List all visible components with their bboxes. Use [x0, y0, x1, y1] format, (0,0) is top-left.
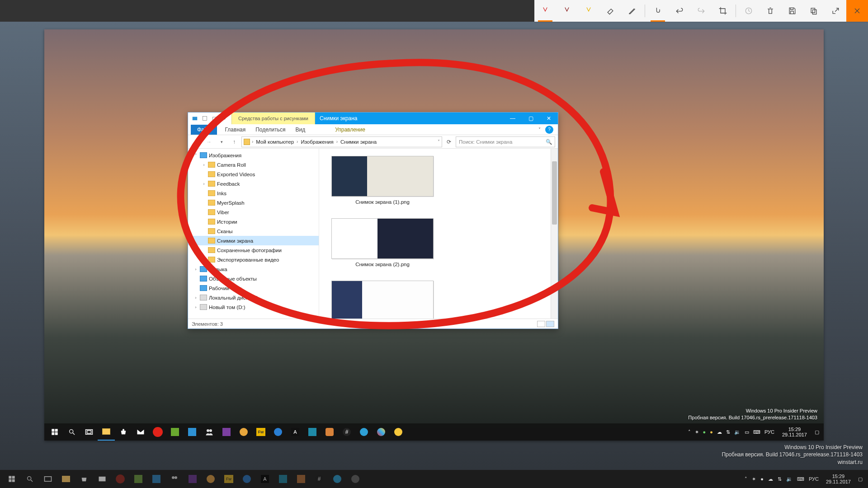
nav-up-button[interactable]: ↑	[229, 136, 240, 147]
app-store[interactable]	[115, 423, 132, 441]
app-explorer[interactable]	[57, 470, 75, 488]
pen-tool[interactable]	[621, 0, 643, 22]
app-misc1[interactable]	[202, 470, 220, 488]
maximize-button[interactable]: ▢	[522, 113, 540, 124]
twisty-icon[interactable]: ›	[193, 267, 198, 272]
app-emoji[interactable]	[390, 423, 407, 441]
tray-volume-icon[interactable]: 🔉	[734, 429, 741, 435]
addr-dropdown-icon[interactable]: ˅	[438, 139, 440, 144]
ribbon-expand-icon[interactable]: ˅	[535, 126, 543, 134]
nav-back-button[interactable]: ←	[191, 136, 202, 147]
app-paint[interactable]	[346, 470, 364, 488]
app-misc3[interactable]	[292, 470, 310, 488]
share-button[interactable]	[825, 0, 846, 22]
action-center-icon[interactable]: ▢	[858, 476, 863, 482]
tray-icon[interactable]: ✶	[695, 429, 699, 435]
search-icon[interactable]	[21, 470, 39, 488]
tray-cloud-icon[interactable]: ☁	[717, 429, 722, 435]
app-rss[interactable]	[129, 470, 147, 488]
app-misc3[interactable]	[321, 423, 338, 441]
view-details-icon[interactable]	[537, 321, 545, 327]
twisty-icon[interactable]: ›	[193, 296, 198, 300]
app-slack[interactable]: #	[310, 470, 328, 488]
search-icon[interactable]	[63, 423, 80, 441]
task-view-icon[interactable]	[80, 423, 98, 441]
action-center-icon[interactable]: ▢	[815, 429, 819, 435]
history-button[interactable]	[738, 0, 760, 22]
inner-clock[interactable]: 15:29 29.11.2017	[778, 427, 811, 437]
tray-icon[interactable]: ●	[703, 429, 706, 435]
tree-item[interactable]: ›Новый том (D:)	[188, 302, 319, 312]
app-a[interactable]: A	[287, 423, 304, 441]
qat-dropdown-icon[interactable]: ▾	[221, 114, 229, 122]
view-thumbnails-icon[interactable]	[546, 321, 554, 327]
app-yammer[interactable]	[184, 423, 201, 441]
twisty-icon[interactable]: ›	[202, 163, 206, 167]
tray-icon[interactable]: ●	[710, 429, 713, 435]
tree-item[interactable]: Inks	[188, 188, 319, 198]
tray-battery-icon[interactable]: ▭	[745, 429, 749, 435]
minimize-button[interactable]: —	[504, 113, 522, 124]
touch-draw-tool[interactable]	[647, 0, 669, 22]
tree-item[interactable]: Объемные объекты	[188, 274, 319, 283]
chevron-icon[interactable]: ›	[297, 139, 298, 144]
breadcrumb[interactable]: › Мой компьютер › Изображения › Снимки э…	[241, 136, 442, 147]
crumb-root[interactable]: Мой компьютер	[255, 139, 295, 145]
app-opera[interactable]	[149, 423, 166, 441]
app-people[interactable]	[165, 470, 184, 488]
app-mail[interactable]	[93, 470, 111, 488]
undo-button[interactable]	[669, 0, 690, 22]
eraser-tool[interactable]	[599, 0, 621, 22]
app-edge[interactable]	[238, 470, 256, 488]
nav-recent-button[interactable]: ▾	[216, 136, 227, 147]
tab-file[interactable]: Файл	[191, 125, 217, 135]
tree-item[interactable]: Снимки экрана	[188, 236, 319, 245]
twisty-icon[interactable]: ›	[193, 305, 198, 310]
tree-item[interactable]: Сохраненные фотографии	[188, 245, 319, 255]
tray-chevron-icon[interactable]: ˄	[688, 429, 691, 435]
tab-manage[interactable]: Управление	[333, 125, 367, 135]
tree-item[interactable]: ˅Изображения	[188, 150, 319, 160]
tree-item[interactable]: ›Camera Roll	[188, 160, 319, 169]
app-misc2[interactable]	[304, 423, 321, 441]
file-thumbnail[interactable]: Снимок экрана (1).png	[328, 156, 437, 205]
search-input[interactable]: Поиск: Снимки экрана 🔍	[456, 136, 555, 147]
app-yammer[interactable]	[147, 470, 165, 488]
scrollbar-thumb[interactable]	[552, 161, 557, 225]
content-pane[interactable]: Снимок экрана (1).pngСнимок экрана (2).p…	[319, 149, 558, 319]
tray-icon[interactable]: ✶	[752, 476, 756, 482]
tray-cloud-icon[interactable]: ☁	[768, 476, 773, 482]
task-view-icon[interactable]	[39, 470, 57, 488]
explorer-titlebar[interactable]: ▾ Средства работы с рисунками Снимки экр…	[188, 113, 558, 124]
close-button[interactable]: ✕	[540, 113, 558, 124]
app-onenote[interactable]	[218, 423, 235, 441]
crop-tool[interactable]	[712, 0, 734, 22]
help-icon[interactable]: ?	[545, 126, 553, 134]
host-clock[interactable]: 15:29 29.11.2017	[823, 474, 854, 484]
app-telegram[interactable]	[355, 423, 373, 441]
tree-item[interactable]: Истории	[188, 217, 319, 226]
app-telegram[interactable]	[328, 470, 346, 488]
navigation-pane[interactable]: ˅Изображения›Camera RollExported Videos›…	[188, 149, 319, 319]
start-button[interactable]	[46, 423, 63, 441]
twisty-icon[interactable]: ˅	[193, 153, 198, 158]
tray-keyboard-icon[interactable]: ⌨	[797, 476, 804, 482]
tree-item[interactable]: ›Музыка	[188, 264, 319, 274]
crumb-l1[interactable]: Изображения	[300, 139, 334, 145]
chevron-icon[interactable]: ›	[252, 139, 253, 144]
tray-lang[interactable]: РУС	[764, 429, 774, 435]
refresh-button[interactable]: ⟳	[444, 136, 454, 147]
app-opera[interactable]	[111, 470, 129, 488]
tray-network-icon[interactable]: ⇅	[726, 429, 730, 435]
tab-share[interactable]: Поделиться	[254, 125, 287, 135]
app-misc1[interactable]	[235, 423, 252, 441]
close-editor-button[interactable]	[846, 0, 868, 22]
new-folder-icon[interactable]	[211, 114, 219, 122]
app-slack[interactable]: #	[338, 423, 355, 441]
app-mail[interactable]	[132, 423, 149, 441]
tray-lang[interactable]: РУС	[809, 476, 819, 482]
app-fw[interactable]: Fw	[220, 470, 238, 488]
tree-item[interactable]: ›Feedback	[188, 179, 319, 188]
app-fw[interactable]: Fw	[252, 423, 269, 441]
tree-item[interactable]: ›Локальный диск (C:)	[188, 293, 319, 302]
